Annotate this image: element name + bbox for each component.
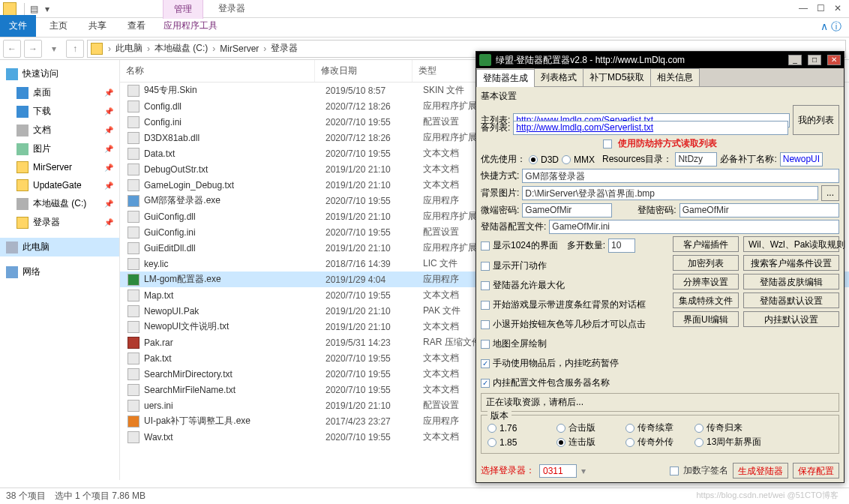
side-button[interactable]: 界面UI编辑 <box>673 311 739 327</box>
tab-info[interactable]: 相关信息 <box>650 68 700 86</box>
side-button[interactable]: 分辨率设置 <box>673 274 739 290</box>
side-button[interactable]: 登陆器默认设置 <box>743 292 839 308</box>
nav-desktop[interactable]: 桌面📌 <box>0 83 119 102</box>
file-date: 2020/7/10 19:55 <box>320 148 417 159</box>
generate-button[interactable]: 生成登陆器 <box>733 463 788 478</box>
micro-pwd-input[interactable]: GameOfMir <box>522 203 612 218</box>
resdir-input[interactable]: NtDzy <box>675 152 717 166</box>
version-radio[interactable] <box>556 438 566 447</box>
version-radio[interactable] <box>694 438 704 447</box>
file-name: DebugOutStr.txt <box>144 164 320 175</box>
version-radio[interactable] <box>488 424 496 433</box>
file-date: 2020/7/10 19:55 <box>320 353 417 364</box>
file-name: LM-gom配置器.exe <box>144 273 320 286</box>
cfg-file-input[interactable]: GameOfMir.ini <box>549 220 839 234</box>
save-config-button[interactable]: 保存配置 <box>793 463 839 478</box>
header-name[interactable]: 名称 <box>120 60 315 82</box>
nav-documents[interactable]: 文档📌 <box>0 121 119 140</box>
file-date: 2020/7/10 19:55 <box>320 290 417 301</box>
nav-localdisk[interactable]: 本地磁盘 (C:)📌 <box>0 194 119 213</box>
side-button[interactable]: 客户端插件 <box>673 236 739 252</box>
side-button[interactable]: 登陆器皮肤编辑 <box>743 274 839 290</box>
my-list-button[interactable]: 我的列表 <box>793 105 839 135</box>
folder-icon <box>16 179 28 191</box>
home-tab[interactable]: 主页 <box>39 15 78 37</box>
nav-mirserver[interactable]: MirServer📌 <box>0 158 119 176</box>
dlg-maximize-button[interactable]: □ <box>808 55 821 65</box>
anti-hijack-checkbox[interactable] <box>603 140 612 148</box>
up-button[interactable]: ↑ <box>66 40 84 58</box>
nav-quick-access[interactable]: 快速访问 <box>0 64 119 83</box>
version-radio[interactable] <box>626 424 634 433</box>
side-button[interactable]: 搜索客户端条件设置 <box>743 255 839 271</box>
choose-login-input[interactable]: 0311 <box>539 464 577 478</box>
file-date: 2019/5/31 14:23 <box>320 338 417 348</box>
file-name: GuiConfig.dll <box>144 212 320 222</box>
status-message: 正在读取资源，请稍后... <box>481 393 839 412</box>
recent-dropdown[interactable]: ▾ <box>45 40 63 58</box>
login-pwd-input[interactable]: GameOfMir <box>680 203 839 218</box>
nav-loginer[interactable]: 登录器📌 <box>0 213 119 232</box>
option-checkbox[interactable] <box>481 340 490 349</box>
file-icon <box>128 290 140 302</box>
side-button[interactable]: Wil、Wzl、Pak读取规则 <box>743 236 839 252</box>
mmx-radio[interactable] <box>562 155 571 164</box>
option-checkbox[interactable] <box>481 242 490 250</box>
nav-downloads[interactable]: 下载📌 <box>0 102 119 121</box>
back-button[interactable]: ← <box>3 40 21 58</box>
option-checkbox[interactable] <box>481 262 490 271</box>
option-checkbox[interactable] <box>481 301 490 310</box>
dialog-titlebar[interactable]: 绿盟·登陆器配置器v2.8 - http://www.LmDlq.com _ □… <box>476 52 844 68</box>
file-name: GuiConfig.ini <box>144 227 320 238</box>
version-radio[interactable] <box>626 438 634 447</box>
close-icon[interactable]: ✕ <box>834 3 842 14</box>
option-checkbox[interactable]: ✓ <box>481 379 490 388</box>
side-button[interactable]: 集成特殊文件 <box>673 292 739 308</box>
option-checkbox[interactable] <box>481 281 490 290</box>
bg-input[interactable]: D:\MirServer\登录器\首界面.bmp <box>522 186 818 200</box>
button-column-1: 客户端插件加密列表分辨率设置集成特殊文件界面UI编辑 <box>673 236 739 392</box>
app-tools-tab[interactable]: 应用程序工具 <box>156 15 225 37</box>
browse-button[interactable]: ... <box>821 185 839 201</box>
folder-icon <box>3 2 16 16</box>
version-radio[interactable] <box>556 424 566 433</box>
nav-thispc[interactable]: 此电脑 <box>0 238 119 256</box>
shortcut-input[interactable]: GM部落登录器 <box>522 169 839 183</box>
d3d-radio[interactable] <box>529 155 538 164</box>
option-checkbox[interactable] <box>481 320 490 329</box>
share-tab[interactable]: 共享 <box>78 15 117 37</box>
multi-open-input[interactable]: 10 <box>608 238 635 253</box>
forward-button[interactable]: → <box>24 40 42 58</box>
pc-icon <box>6 242 18 254</box>
signnum-checkbox[interactable] <box>670 466 679 476</box>
help-icon[interactable]: ∧ ⓘ <box>813 17 849 37</box>
version-radio[interactable] <box>488 438 496 447</box>
side-button[interactable]: 内挂默认设置 <box>743 311 839 327</box>
minimize-icon[interactable]: — <box>799 3 808 14</box>
tab-listformat[interactable]: 列表格式 <box>534 68 584 86</box>
file-icon <box>128 179 140 191</box>
version-radio[interactable] <box>694 424 704 433</box>
file-name: UI-pak补丁等调整工具.exe <box>144 415 320 428</box>
config-dialog: 绿盟·登陆器配置器v2.8 - http://www.LmDlq.com _ □… <box>476 51 844 483</box>
properties-icon[interactable]: ▤ <box>30 4 40 14</box>
status-selection: 选中 1 个项目 7.86 MB <box>55 490 146 502</box>
nav-updategate[interactable]: UpdateGate📌 <box>0 176 119 194</box>
dropdown-icon[interactable]: ▾ <box>45 4 56 14</box>
option-checkbox[interactable]: ✓ <box>481 359 490 368</box>
nav-network[interactable]: 网络 <box>0 262 119 281</box>
file-tab[interactable]: 文件 <box>0 15 36 37</box>
dlg-close-button[interactable]: ✕ <box>827 55 841 65</box>
backup-list-input[interactable]: http://www.lmdlq.com/Serverlist.txt <box>513 121 788 135</box>
tab-md5[interactable]: 补丁MD5获取 <box>583 68 651 86</box>
nav-pictures[interactable]: 图片📌 <box>0 140 119 158</box>
tab-generate[interactable]: 登陆器生成 <box>476 69 535 87</box>
view-tab[interactable]: 查看 <box>117 15 156 37</box>
maximize-icon[interactable]: ☐ <box>817 3 825 14</box>
file-date: 2019/1/29 4:04 <box>320 274 417 285</box>
patch-name-input[interactable]: NewopUI <box>780 152 823 166</box>
header-date[interactable]: 修改日期 <box>315 60 412 82</box>
dlg-minimize-button[interactable]: _ <box>788 55 802 65</box>
basic-settings-label: 基本设置 <box>481 90 839 103</box>
side-button[interactable]: 加密列表 <box>673 255 739 271</box>
